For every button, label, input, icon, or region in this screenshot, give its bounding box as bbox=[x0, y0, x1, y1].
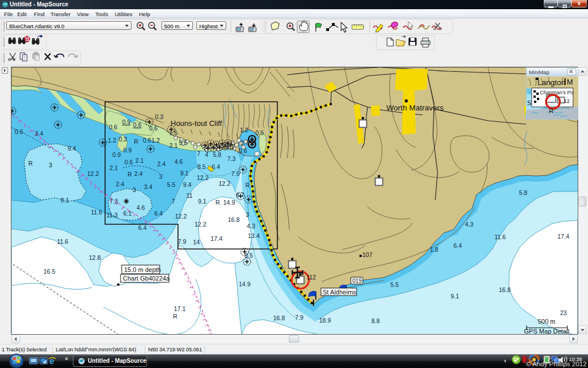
svg-text:0.6: 0.6 bbox=[149, 125, 158, 132]
svg-text:8.5: 8.5 bbox=[198, 163, 206, 170]
svg-text:107: 107 bbox=[362, 251, 373, 258]
svg-text:6.1: 6.1 bbox=[123, 210, 132, 217]
svg-text:019: 019 bbox=[353, 278, 362, 284]
svg-text:11.3: 11.3 bbox=[106, 212, 118, 218]
svg-text:7.9: 7.9 bbox=[178, 238, 187, 245]
svg-text:18.9: 18.9 bbox=[319, 317, 331, 324]
svg-text:9.4: 9.4 bbox=[68, 145, 76, 152]
svg-text:6.4: 6.4 bbox=[138, 224, 147, 231]
svg-text:0.6: 0.6 bbox=[239, 147, 247, 154]
svg-text:0.6: 0.6 bbox=[125, 159, 133, 166]
svg-text:R: R bbox=[127, 171, 132, 178]
svg-text:6.7: 6.7 bbox=[236, 191, 245, 198]
svg-text:R: R bbox=[245, 182, 250, 189]
svg-text:4.3: 4.3 bbox=[247, 223, 256, 229]
svg-text:R: R bbox=[28, 160, 33, 167]
svg-text:5.5: 5.5 bbox=[179, 139, 188, 146]
svg-text:9.1: 9.1 bbox=[180, 170, 189, 177]
svg-text:14.9: 14.9 bbox=[223, 199, 235, 206]
svg-text:3: 3 bbox=[159, 173, 163, 180]
svg-text:500 m: 500 m bbox=[538, 318, 556, 325]
svg-text:S: S bbox=[527, 99, 531, 106]
svg-text:0.9: 0.9 bbox=[123, 147, 132, 154]
svg-text:5.5: 5.5 bbox=[390, 281, 399, 288]
svg-text:6.4: 6.4 bbox=[154, 210, 163, 217]
svg-text:0.9: 0.9 bbox=[113, 151, 121, 158]
svg-text:12.2: 12.2 bbox=[195, 221, 207, 228]
svg-text:15.0 m depth: 15.0 m depth bbox=[124, 266, 161, 273]
svg-text:1.2: 1.2 bbox=[108, 137, 117, 144]
svg-text:17.1: 17.1 bbox=[174, 305, 186, 312]
svg-text:7.9: 7.9 bbox=[231, 170, 240, 177]
svg-text:1.5: 1.5 bbox=[169, 129, 178, 136]
svg-text:M: M bbox=[567, 78, 573, 86]
svg-text:0.3: 0.3 bbox=[155, 113, 164, 120]
svg-text:11.6: 11.6 bbox=[494, 233, 506, 240]
svg-text:0.6: 0.6 bbox=[143, 137, 152, 144]
svg-text:© Andy Phillips 2012: © Andy Phillips 2012 bbox=[526, 361, 587, 367]
svg-text:11: 11 bbox=[187, 192, 193, 199]
svg-text:11.6: 11.6 bbox=[57, 238, 68, 245]
svg-text:7.3: 7.3 bbox=[110, 198, 118, 205]
svg-text:R: R bbox=[173, 313, 177, 320]
svg-text:9.1: 9.1 bbox=[451, 293, 459, 300]
svg-text:‹: ‹ bbox=[504, 357, 506, 364]
svg-text:2.1: 2.1 bbox=[110, 164, 118, 171]
svg-text:Worth Matravers: Worth Matravers bbox=[386, 103, 444, 112]
svg-text:0.6: 0.6 bbox=[15, 128, 24, 135]
svg-text:1.2: 1.2 bbox=[240, 126, 249, 133]
svg-text:MiniMap: MiniMap bbox=[529, 69, 550, 75]
svg-text:1.2: 1.2 bbox=[152, 137, 160, 144]
svg-text:5.8: 5.8 bbox=[519, 189, 528, 196]
svg-text:16.8: 16.8 bbox=[273, 315, 285, 321]
svg-text:14.9: 14.9 bbox=[239, 281, 251, 288]
svg-text:17.4: 17.4 bbox=[211, 235, 223, 242]
svg-text:Houns-tout Cliff: Houns-tout Cliff bbox=[171, 119, 222, 128]
svg-text:8.8: 8.8 bbox=[372, 317, 380, 324]
svg-text:4.3: 4.3 bbox=[465, 221, 474, 228]
svg-text:2.4: 2.4 bbox=[116, 181, 125, 187]
svg-text:8.5: 8.5 bbox=[245, 252, 253, 259]
svg-text:0.9: 0.9 bbox=[122, 118, 131, 125]
svg-text:112: 112 bbox=[307, 274, 316, 281]
svg-text:4: 4 bbox=[205, 151, 208, 158]
svg-text:7.3: 7.3 bbox=[227, 155, 236, 162]
svg-text:4.6: 4.6 bbox=[175, 158, 183, 165]
svg-text:5.5: 5.5 bbox=[167, 181, 176, 188]
svg-text:16.8: 16.8 bbox=[499, 286, 511, 293]
svg-text:16.5: 16.5 bbox=[44, 268, 56, 275]
svg-text:12.2: 12.2 bbox=[175, 213, 187, 220]
svg-text:R: R bbox=[549, 108, 554, 114]
svg-text:6.1: 6.1 bbox=[61, 197, 69, 204]
svg-text:2.1: 2.1 bbox=[136, 157, 144, 164]
svg-text:17.4: 17.4 bbox=[558, 233, 570, 240]
svg-text:3.7: 3.7 bbox=[241, 139, 249, 146]
svg-text:3.4: 3.4 bbox=[35, 130, 44, 137]
svg-text:9.1: 9.1 bbox=[198, 198, 207, 205]
svg-text:0.5: 0.5 bbox=[256, 129, 264, 136]
svg-text:3: 3 bbox=[246, 211, 249, 218]
svg-text:4.6: 4.6 bbox=[137, 204, 145, 211]
svg-text:»: » bbox=[65, 355, 68, 362]
svg-text:14: 14 bbox=[193, 239, 200, 246]
svg-text:0.3: 0.3 bbox=[119, 136, 127, 143]
svg-text:3: 3 bbox=[133, 186, 136, 193]
svg-text:13.4: 13.4 bbox=[248, 232, 260, 239]
svg-text:0.6: 0.6 bbox=[109, 124, 118, 131]
svg-text:23: 23 bbox=[560, 309, 567, 316]
svg-text:1.8: 1.8 bbox=[430, 246, 439, 253]
svg-text:R: R bbox=[215, 199, 220, 206]
svg-text:Langton: Langton bbox=[537, 78, 566, 87]
svg-text:3.4: 3.4 bbox=[144, 183, 153, 190]
svg-text:2.4: 2.4 bbox=[157, 160, 166, 167]
svg-text:3: 3 bbox=[49, 162, 52, 168]
svg-text:2.1: 2.1 bbox=[226, 143, 235, 150]
svg-text:Chapman's Po: Chapman's Po bbox=[540, 90, 574, 95]
svg-text:12: 12 bbox=[564, 98, 570, 104]
svg-text:6.4: 6.4 bbox=[454, 242, 462, 249]
svg-text:St Aldheims: St Aldheims bbox=[323, 289, 357, 296]
svg-text:9.4: 9.4 bbox=[183, 181, 192, 188]
svg-text:16.8: 16.8 bbox=[228, 216, 240, 223]
svg-text:11.6: 11.6 bbox=[91, 209, 102, 216]
svg-text:7: 7 bbox=[197, 150, 200, 157]
